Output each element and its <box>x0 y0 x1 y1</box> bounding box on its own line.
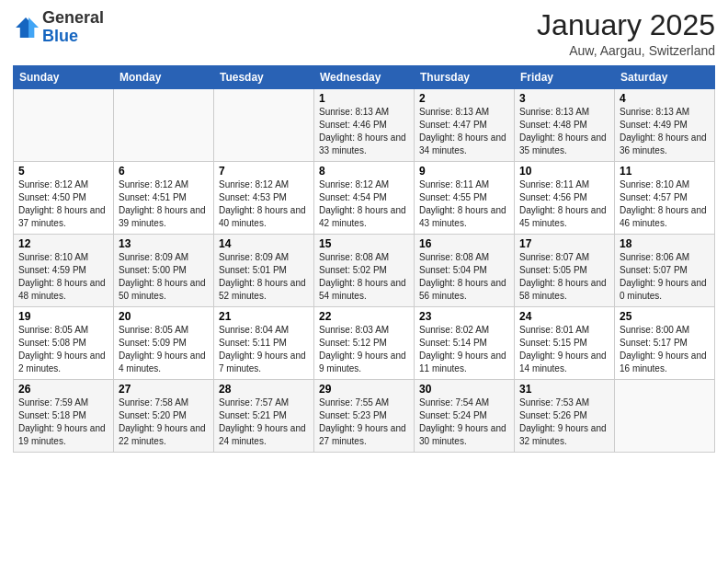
day-info-2-5: Sunrise: 8:07 AM Sunset: 5:05 PM Dayligh… <box>519 251 609 303</box>
calendar-cell-1-3: 8Sunrise: 8:12 AM Sunset: 4:54 PM Daylig… <box>314 162 415 235</box>
calendar-cell-4-0: 26Sunrise: 7:59 AM Sunset: 5:18 PM Dayli… <box>14 380 114 453</box>
day-info-1-5: Sunrise: 8:11 AM Sunset: 4:56 PM Dayligh… <box>519 178 609 230</box>
day-number-2-5: 17 <box>519 237 609 250</box>
logo-general: General <box>42 9 104 28</box>
day-info-3-3: Sunrise: 8:03 AM Sunset: 5:12 PM Dayligh… <box>319 324 409 375</box>
day-info-2-0: Sunrise: 8:10 AM Sunset: 4:59 PM Dayligh… <box>18 251 108 303</box>
calendar-cell-0-1 <box>114 89 214 162</box>
day-info-1-4: Sunrise: 8:11 AM Sunset: 4:55 PM Dayligh… <box>419 178 509 230</box>
calendar-cell-4-2: 28Sunrise: 7:57 AM Sunset: 5:21 PM Dayli… <box>214 380 314 453</box>
calendar-row-3: 19Sunrise: 8:05 AM Sunset: 5:08 PM Dayli… <box>14 307 715 380</box>
day-info-0-3: Sunrise: 8:13 AM Sunset: 4:46 PM Dayligh… <box>319 106 409 157</box>
day-info-4-4: Sunrise: 7:54 AM Sunset: 5:24 PM Dayligh… <box>419 396 509 448</box>
day-number-1-6: 11 <box>620 165 710 178</box>
calendar-cell-0-3: 1Sunrise: 8:13 AM Sunset: 4:46 PM Daylig… <box>314 89 415 162</box>
day-number-0-5: 3 <box>519 92 609 105</box>
calendar-cell-4-5: 31Sunrise: 7:53 AM Sunset: 5:26 PM Dayli… <box>515 380 615 453</box>
day-info-1-0: Sunrise: 8:12 AM Sunset: 4:50 PM Dayligh… <box>18 178 108 230</box>
day-number-1-3: 8 <box>319 165 409 178</box>
calendar-row-4: 26Sunrise: 7:59 AM Sunset: 5:18 PM Dayli… <box>14 380 715 453</box>
calendar-cell-1-1: 6Sunrise: 8:12 AM Sunset: 4:51 PM Daylig… <box>114 162 214 235</box>
day-number-3-6: 25 <box>620 310 710 323</box>
calendar-cell-1-6: 11Sunrise: 8:10 AM Sunset: 4:57 PM Dayli… <box>615 162 715 235</box>
logo: General Blue <box>13 9 104 46</box>
day-info-2-2: Sunrise: 8:09 AM Sunset: 5:01 PM Dayligh… <box>219 251 309 303</box>
day-number-2-4: 16 <box>419 237 509 250</box>
calendar-cell-2-6: 18Sunrise: 8:06 AM Sunset: 5:07 PM Dayli… <box>615 235 715 307</box>
calendar-cell-0-2 <box>214 89 314 162</box>
day-number-2-0: 12 <box>18 237 108 250</box>
calendar-cell-0-4: 2Sunrise: 8:13 AM Sunset: 4:47 PM Daylig… <box>415 89 515 162</box>
day-number-1-4: 9 <box>419 165 509 178</box>
header-wednesday: Wednesday <box>314 66 415 89</box>
day-info-3-4: Sunrise: 8:02 AM Sunset: 5:14 PM Dayligh… <box>419 324 509 375</box>
calendar-title: January 2025 <box>537 9 715 41</box>
logo-icon <box>13 15 39 40</box>
title-block: January 2025 Auw, Aargau, Switzerland <box>537 9 715 58</box>
logo-text: General Blue <box>42 9 104 46</box>
day-info-3-0: Sunrise: 8:05 AM Sunset: 5:08 PM Dayligh… <box>18 324 108 375</box>
day-number-3-1: 20 <box>119 310 209 323</box>
day-number-4-3: 29 <box>319 383 409 396</box>
calendar-cell-4-4: 30Sunrise: 7:54 AM Sunset: 5:24 PM Dayli… <box>415 380 515 453</box>
calendar-row-0: 1Sunrise: 8:13 AM Sunset: 4:46 PM Daylig… <box>14 89 715 162</box>
calendar-cell-4-3: 29Sunrise: 7:55 AM Sunset: 5:23 PM Dayli… <box>314 380 415 453</box>
day-info-3-1: Sunrise: 8:05 AM Sunset: 5:09 PM Dayligh… <box>119 324 209 375</box>
day-number-2-2: 14 <box>219 237 309 250</box>
calendar-cell-3-0: 19Sunrise: 8:05 AM Sunset: 5:08 PM Dayli… <box>14 307 114 380</box>
day-info-3-5: Sunrise: 8:01 AM Sunset: 5:15 PM Dayligh… <box>519 324 609 375</box>
calendar-cell-4-1: 27Sunrise: 7:58 AM Sunset: 5:20 PM Dayli… <box>114 380 214 453</box>
calendar-cell-2-4: 16Sunrise: 8:08 AM Sunset: 5:04 PM Dayli… <box>415 235 515 307</box>
day-number-2-6: 18 <box>620 237 710 250</box>
calendar-cell-0-6: 4Sunrise: 8:13 AM Sunset: 4:49 PM Daylig… <box>615 89 715 162</box>
calendar-row-2: 12Sunrise: 8:10 AM Sunset: 4:59 PM Dayli… <box>14 235 715 307</box>
day-info-4-0: Sunrise: 7:59 AM Sunset: 5:18 PM Dayligh… <box>18 396 108 448</box>
day-info-2-3: Sunrise: 8:08 AM Sunset: 5:02 PM Dayligh… <box>319 251 409 303</box>
weekday-header-row: Sunday Monday Tuesday Wednesday Thursday… <box>14 66 715 89</box>
calendar-cell-3-2: 21Sunrise: 8:04 AM Sunset: 5:11 PM Dayli… <box>214 307 314 380</box>
calendar-cell-2-1: 13Sunrise: 8:09 AM Sunset: 5:00 PM Dayli… <box>114 235 214 307</box>
day-number-3-2: 21 <box>219 310 309 323</box>
page: General Blue January 2025 Auw, Aargau, S… <box>0 0 728 563</box>
day-number-1-0: 5 <box>18 165 108 178</box>
day-number-2-3: 15 <box>319 237 409 250</box>
header-friday: Friday <box>515 66 615 89</box>
calendar-row-1: 5Sunrise: 8:12 AM Sunset: 4:50 PM Daylig… <box>14 162 715 235</box>
day-info-1-1: Sunrise: 8:12 AM Sunset: 4:51 PM Dayligh… <box>119 178 209 230</box>
header-thursday: Thursday <box>415 66 515 89</box>
day-info-4-2: Sunrise: 7:57 AM Sunset: 5:21 PM Dayligh… <box>219 396 309 448</box>
day-info-0-5: Sunrise: 8:13 AM Sunset: 4:48 PM Dayligh… <box>519 106 609 157</box>
calendar-cell-3-4: 23Sunrise: 8:02 AM Sunset: 5:14 PM Dayli… <box>415 307 515 380</box>
calendar-cell-3-5: 24Sunrise: 8:01 AM Sunset: 5:15 PM Dayli… <box>515 307 615 380</box>
day-number-1-2: 7 <box>219 165 309 178</box>
day-info-3-2: Sunrise: 8:04 AM Sunset: 5:11 PM Dayligh… <box>219 324 309 375</box>
calendar-cell-1-4: 9Sunrise: 8:11 AM Sunset: 4:55 PM Daylig… <box>415 162 515 235</box>
day-number-4-5: 31 <box>519 383 609 396</box>
day-number-1-5: 10 <box>519 165 609 178</box>
day-number-1-1: 6 <box>119 165 209 178</box>
calendar-cell-2-3: 15Sunrise: 8:08 AM Sunset: 5:02 PM Dayli… <box>314 235 415 307</box>
day-info-2-1: Sunrise: 8:09 AM Sunset: 5:00 PM Dayligh… <box>119 251 209 303</box>
calendar-subtitle: Auw, Aargau, Switzerland <box>537 43 715 58</box>
day-info-4-1: Sunrise: 7:58 AM Sunset: 5:20 PM Dayligh… <box>119 396 209 448</box>
day-info-4-3: Sunrise: 7:55 AM Sunset: 5:23 PM Dayligh… <box>319 396 409 448</box>
day-number-2-1: 13 <box>119 237 209 250</box>
day-number-3-3: 22 <box>319 310 409 323</box>
calendar-cell-3-3: 22Sunrise: 8:03 AM Sunset: 5:12 PM Dayli… <box>314 307 415 380</box>
day-number-0-3: 1 <box>319 92 409 105</box>
header-tuesday: Tuesday <box>214 66 314 89</box>
logo-blue: Blue <box>42 28 104 46</box>
calendar-cell-3-6: 25Sunrise: 8:00 AM Sunset: 5:17 PM Dayli… <box>615 307 715 380</box>
calendar-cell-1-0: 5Sunrise: 8:12 AM Sunset: 4:50 PM Daylig… <box>14 162 114 235</box>
day-info-3-6: Sunrise: 8:00 AM Sunset: 5:17 PM Dayligh… <box>620 324 710 375</box>
calendar-cell-1-2: 7Sunrise: 8:12 AM Sunset: 4:53 PM Daylig… <box>214 162 314 235</box>
day-number-3-4: 23 <box>419 310 509 323</box>
day-number-0-4: 2 <box>419 92 509 105</box>
calendar-cell-1-5: 10Sunrise: 8:11 AM Sunset: 4:56 PM Dayli… <box>515 162 615 235</box>
calendar-cell-2-5: 17Sunrise: 8:07 AM Sunset: 5:05 PM Dayli… <box>515 235 615 307</box>
day-info-1-6: Sunrise: 8:10 AM Sunset: 4:57 PM Dayligh… <box>620 178 710 230</box>
day-info-2-4: Sunrise: 8:08 AM Sunset: 5:04 PM Dayligh… <box>419 251 509 303</box>
header-sunday: Sunday <box>14 66 114 89</box>
day-number-4-0: 26 <box>18 383 108 396</box>
day-number-0-6: 4 <box>620 92 710 105</box>
